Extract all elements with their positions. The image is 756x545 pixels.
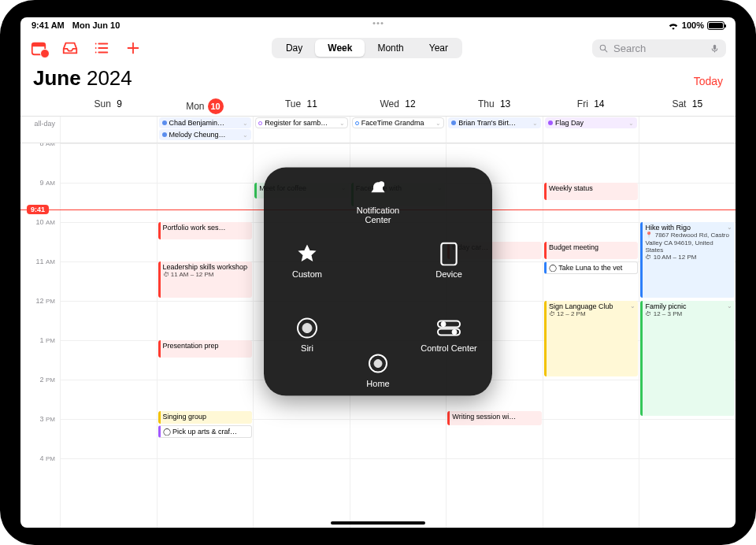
home-indicator[interactable] [331, 521, 425, 525]
search-field[interactable]: Search [592, 39, 726, 57]
hour-label: 8 AM [39, 143, 55, 147]
calendar-event[interactable]: Hike with Rigo📍 7867 Redwood Rd, Castro … [640, 222, 735, 298]
calendar-event[interactable]: Singing group [158, 411, 253, 424]
ipad-frame: 9:41 AM Mon Jun 10 100% [0, 0, 756, 545]
hour-label: 2 PM [39, 376, 55, 384]
status-time: 9:41 AM [32, 20, 65, 30]
toolbar: DayWeekMonthYear Search [20, 33, 736, 63]
allday-row: all-day Chad Benjamin…⌄Melody Cheung…⌄Re… [20, 117, 736, 143]
today-button[interactable]: Today [694, 75, 723, 87]
at-custom[interactable]: Custom [272, 243, 343, 279]
day-column[interactable]: Hike with Rigo📍 7867 Redwood Rd, Castro … [639, 143, 736, 528]
svg-rect-5 [441, 243, 456, 265]
allday-cell[interactable]: FaceTime Grandma⌄ [350, 117, 447, 143]
inbox-icon[interactable] [61, 39, 79, 57]
calendar-event[interactable]: Sign Language Club⏱ 12 – 2 PM⌄ [544, 301, 639, 376]
at-device[interactable]: Device [413, 243, 484, 279]
svg-point-9 [441, 322, 446, 327]
allday-cell[interactable]: Flag Day⌄ [543, 117, 639, 143]
multitask-dots[interactable] [373, 22, 384, 24]
day-header-tue[interactable]: Tue 11 [253, 95, 350, 116]
allday-cell[interactable]: Chad Benjamin…⌄Melody Cheung…⌄ [157, 117, 254, 143]
hour-label: 12 PM [35, 297, 55, 305]
svg-point-7 [302, 324, 312, 333]
title-row: June 2024 Today [20, 63, 736, 95]
svg-rect-3 [713, 44, 716, 50]
view-mode-week[interactable]: Week [315, 39, 365, 57]
month-name: June [33, 66, 81, 90]
day-column[interactable]: Portfolio work ses…Leadership skills wor… [157, 143, 254, 528]
allday-event[interactable]: Chad Benjamin…⌄ [159, 117, 252, 128]
hour-label: 1 PM [39, 336, 55, 344]
svg-point-13 [374, 360, 382, 368]
hour-label: 4 PM [39, 454, 55, 462]
at-label: Siri [301, 343, 313, 353]
month-title: June 2024 [33, 66, 132, 91]
add-icon[interactable] [124, 39, 142, 57]
at-label: Home [366, 379, 389, 388]
at-label: Custom [292, 269, 322, 279]
mic-icon[interactable] [710, 43, 720, 54]
search-placeholder: Search [613, 43, 646, 54]
hour-label: 11 AM [35, 258, 55, 265]
hour-label: 9 AM [39, 179, 55, 187]
at-control-center[interactable]: Control Center [413, 317, 484, 353]
day-header-wed[interactable]: Wed 12 [350, 95, 447, 116]
allday-event[interactable]: Register for samb…⌄ [255, 117, 348, 128]
view-mode-year[interactable]: Year [417, 39, 461, 57]
year: 2024 [87, 66, 132, 90]
allday-cell[interactable] [639, 117, 736, 143]
allday-cell[interactable]: Register for samb…⌄ [253, 117, 350, 143]
battery-icon [707, 21, 724, 30]
allday-cell[interactable] [60, 117, 157, 143]
svg-point-4 [379, 182, 384, 187]
allday-event[interactable]: Melody Cheung…⌄ [159, 129, 252, 140]
calendar-event[interactable]: Family picnic⏱ 12 – 3 PM⌄ [640, 301, 735, 416]
svg-point-11 [452, 330, 457, 335]
hour-label: 3 PM [39, 415, 55, 423]
at-notification-center[interactable]: Notification Center [343, 179, 413, 224]
at-home[interactable]: Home [343, 352, 413, 388]
assistive-touch-menu[interactable]: Notification Center Custom Device Siri C… [264, 168, 492, 396]
view-mode-segmented[interactable]: DayWeekMonthYear [272, 38, 462, 58]
battery-percent: 100% [682, 20, 704, 30]
search-icon [598, 43, 609, 54]
view-mode-month[interactable]: Month [365, 39, 416, 57]
hour-gutter: 8 AM9 AM10 AM11 AM12 PM1 PM2 PM3 PM4 PM [20, 143, 60, 528]
view-mode-day[interactable]: Day [273, 39, 315, 57]
status-date: Mon Jun 10 [72, 20, 120, 30]
allday-event[interactable]: FaceTime Grandma⌄ [352, 117, 445, 128]
calendar-event[interactable]: ◯ Take Luna to the vet [544, 261, 639, 274]
day-header: Sun 9Mon10Tue 11Wed 12Thu 13Fri 14Sat 15 [20, 95, 736, 117]
hour-label: 10 AM [35, 218, 55, 226]
allday-cell[interactable]: Brian Tran's Birt…⌄ [446, 117, 543, 143]
at-label: Control Center [421, 343, 477, 353]
calendar-event[interactable]: Weekly status [544, 183, 639, 200]
allday-label: all-day [20, 117, 60, 143]
day-header-mon[interactable]: Mon10 [157, 95, 254, 116]
calendar-event[interactable]: Budget meeting [544, 242, 639, 259]
calendar-event[interactable]: Portfolio work ses… [158, 222, 253, 239]
wifi-icon [668, 21, 679, 30]
day-header-thu[interactable]: Thu 13 [446, 95, 543, 116]
calendar-icon[interactable] [30, 39, 47, 57]
list-icon[interactable] [93, 39, 110, 57]
status-bar: 9:41 AM Mon Jun 10 100% [20, 17, 736, 33]
at-siri[interactable]: Siri [272, 317, 343, 353]
now-time-badge: 9:41 [27, 205, 49, 214]
allday-event[interactable]: Flag Day⌄ [545, 117, 638, 128]
calendar-event[interactable]: Leadership skills workshop⏱ 11 AM – 12 P… [158, 261, 253, 298]
at-label: Notification Center [343, 206, 413, 224]
day-header-fri[interactable]: Fri 14 [543, 95, 639, 116]
calendar-event[interactable]: Presentation prep [158, 340, 253, 358]
svg-rect-1 [32, 43, 46, 47]
allday-event[interactable]: Brian Tran's Birt…⌄ [448, 117, 541, 128]
day-header-sun[interactable]: Sun 9 [60, 95, 157, 116]
day-column[interactable] [60, 143, 157, 528]
day-header-sat[interactable]: Sat 15 [639, 95, 736, 116]
calendar-event[interactable]: ◯ Pick up arts & craf… [158, 425, 253, 438]
calendar-event[interactable]: Writing session wi… [447, 411, 542, 425]
screen: 9:41 AM Mon Jun 10 100% [20, 17, 736, 528]
day-column[interactable]: Weekly statusBudget meeting◯ Take Luna t… [543, 143, 639, 528]
at-label: Device [435, 269, 462, 279]
